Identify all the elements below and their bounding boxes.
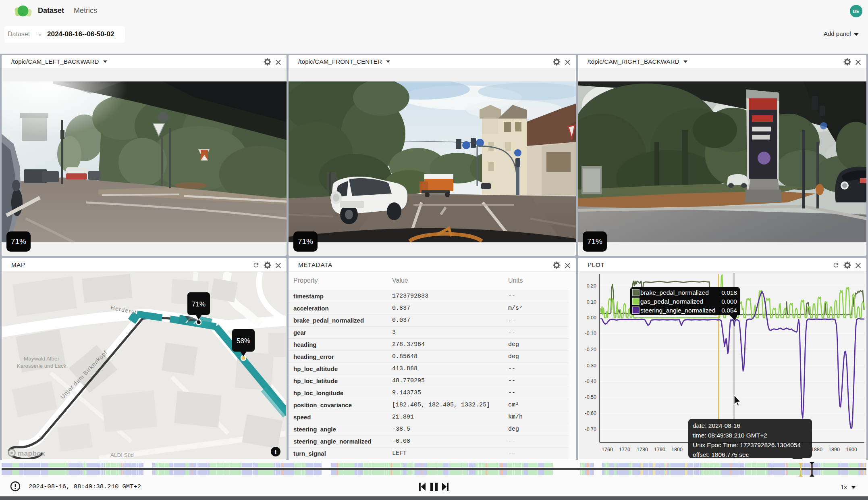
- svg-text:1790: 1790: [654, 447, 665, 452]
- svg-text:offset: 1806.775 sec: offset: 1806.775 sec: [693, 451, 749, 458]
- svg-text:gas_pedal_normalized: gas_pedal_normalized: [640, 298, 703, 305]
- svg-text:time: 08:49:38.210 GMT+2: time: 08:49:38.210 GMT+2: [693, 432, 767, 439]
- svg-text:71%: 71%: [192, 300, 206, 308]
- svg-text:1880: 1880: [811, 447, 822, 452]
- svg-text:Karosserie und Lack: Karosserie und Lack: [17, 363, 66, 369]
- svg-text:-0.20: -0.20: [585, 347, 597, 352]
- svg-text:-0.70: -0.70: [585, 427, 597, 432]
- svg-text:-0.60: -0.60: [585, 410, 597, 416]
- svg-text:mapbox: mapbox: [18, 450, 45, 457]
- svg-text:1900: 1900: [846, 447, 857, 452]
- svg-text:0.054: 0.054: [721, 307, 737, 314]
- svg-text:ALDI Süd: ALDI Süd: [110, 452, 134, 458]
- svg-text:0.000: 0.000: [721, 298, 737, 305]
- svg-text:1780: 1780: [637, 447, 648, 452]
- svg-text:0.20: 0.20: [587, 283, 596, 289]
- svg-text:-0.40: -0.40: [585, 379, 597, 384]
- svg-text:1800: 1800: [671, 447, 683, 452]
- svg-text:0.10: 0.10: [587, 299, 596, 305]
- svg-text:Unix Epoc Time: 1723792826.130: Unix Epoc Time: 1723792826.1304054: [693, 442, 801, 448]
- svg-text:1770: 1770: [619, 447, 630, 452]
- svg-text:1760: 1760: [602, 447, 613, 452]
- svg-text:0.00: 0.00: [587, 315, 596, 321]
- svg-text:1890: 1890: [829, 447, 840, 452]
- svg-text:58%: 58%: [237, 337, 250, 345]
- svg-text:-0.50: -0.50: [585, 394, 597, 400]
- svg-text:steering_angle_normalized: steering_angle_normalized: [640, 307, 715, 314]
- svg-text:i: i: [275, 449, 276, 455]
- svg-text:-0.30: -0.30: [585, 363, 597, 369]
- svg-text:date: 2024-08-16: date: 2024-08-16: [693, 422, 740, 429]
- svg-text:brake_pedal_normalized: brake_pedal_normalized: [640, 289, 709, 296]
- svg-text:Maywald Alber: Maywald Alber: [24, 356, 59, 362]
- svg-text:0.018: 0.018: [721, 289, 737, 296]
- svg-text:-0.10: -0.10: [585, 331, 597, 336]
